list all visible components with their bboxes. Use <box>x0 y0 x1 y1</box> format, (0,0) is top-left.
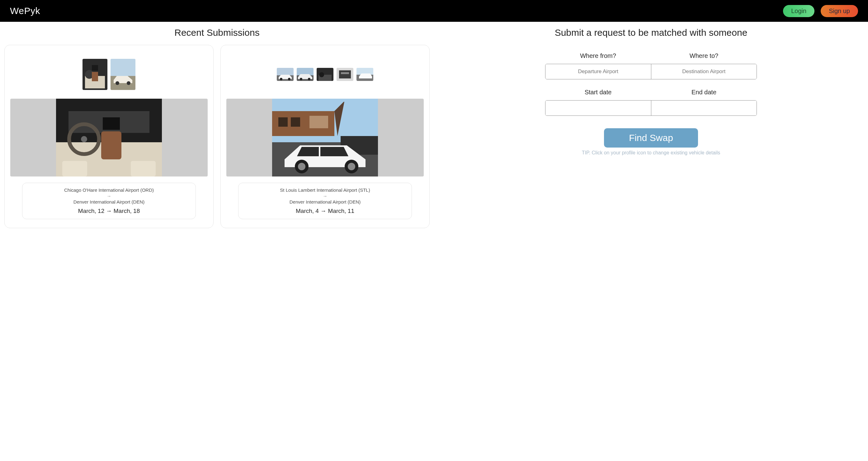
svg-rect-13 <box>103 117 120 130</box>
car-interior-icon <box>83 59 107 90</box>
page-grid: Recent Submissions <box>0 22 868 238</box>
arrow-down-icon: → <box>245 193 405 198</box>
destination-airport-input[interactable] <box>651 64 757 79</box>
date-row: Start date End date <box>545 89 757 116</box>
svg-rect-31 <box>341 72 349 74</box>
svg-rect-5 <box>111 59 135 76</box>
car-thumbnail[interactable] <box>317 68 334 81</box>
svg-rect-36 <box>278 117 288 127</box>
airport-input-group <box>545 64 757 80</box>
car-interior-icon <box>317 68 334 81</box>
nav-actions: Login Sign up <box>783 5 858 17</box>
request-form: Where from? Where to? Start date End dat… <box>539 45 763 156</box>
svg-point-8 <box>127 81 130 85</box>
car-icon <box>297 68 313 81</box>
car-thumbnail[interactable] <box>356 68 373 81</box>
from-airport: St Louis Lambert International Airport (… <box>245 187 405 193</box>
recent-submissions-title: Recent Submissions <box>174 27 259 38</box>
main-image[interactable] <box>226 99 424 177</box>
cards-row: Chicago O'Hare International Airport (OR… <box>0 45 434 238</box>
car-interior-icon <box>10 99 208 177</box>
svg-rect-30 <box>339 70 351 79</box>
car-thumbnail[interactable] <box>337 68 353 81</box>
airport-row: Where from? Where to? <box>545 52 757 80</box>
car-thumbnail[interactable] <box>297 68 313 81</box>
from-airport: Chicago O'Hare International Airport (OR… <box>29 187 189 193</box>
svg-point-24 <box>300 78 302 80</box>
recent-submissions-column: Recent Submissions <box>0 27 434 238</box>
signup-button[interactable]: Sign up <box>821 5 858 17</box>
tip-text: TIP. Click on your profile icon to chang… <box>545 150 757 156</box>
start-date-label: Start date <box>585 89 612 96</box>
find-swap-button[interactable]: Find Swap <box>604 128 698 148</box>
svg-rect-3 <box>92 65 98 71</box>
svg-rect-16 <box>62 161 87 177</box>
submit-request-title: Submit a request to be matched with some… <box>555 27 747 38</box>
car-icon <box>277 68 293 81</box>
submission-card[interactable]: St Louis Lambert International Airport (… <box>220 45 430 228</box>
car-icon <box>356 68 373 81</box>
car-thumbnail[interactable] <box>277 68 293 81</box>
logo[interactable]: WePyk <box>10 6 40 16</box>
start-date-input[interactable] <box>546 100 651 116</box>
departure-airport-input[interactable] <box>546 64 651 79</box>
arrow-down-icon: → <box>29 193 189 198</box>
thumbnail-strip <box>83 58 135 91</box>
submission-info: St Louis Lambert International Airport (… <box>238 183 412 219</box>
login-button[interactable]: Login <box>783 5 814 17</box>
car-thumbnail[interactable] <box>83 59 107 90</box>
thumbnail-strip <box>277 58 373 91</box>
main-image[interactable] <box>10 99 208 177</box>
where-to-label: Where to? <box>690 52 718 59</box>
car-exterior-icon <box>111 59 135 90</box>
where-from-label: Where from? <box>580 52 616 59</box>
to-airport: Denver International Airport (DEN) <box>245 199 405 205</box>
svg-point-28 <box>319 72 324 77</box>
date-input-group <box>545 100 757 116</box>
car-exterior-icon <box>226 99 424 177</box>
submit-request-column: Submit a request to be matched with some… <box>434 27 868 238</box>
car-detail-icon <box>337 68 353 81</box>
svg-point-15 <box>81 136 87 142</box>
top-nav: WePyk Login Sign up <box>0 0 868 22</box>
svg-rect-38 <box>309 116 328 128</box>
svg-point-42 <box>298 163 305 170</box>
svg-rect-14 <box>101 131 121 159</box>
end-date-label: End date <box>691 89 716 96</box>
svg-point-21 <box>288 78 290 80</box>
svg-point-44 <box>348 163 355 170</box>
svg-point-25 <box>308 78 310 80</box>
submission-card[interactable]: Chicago O'Hare International Airport (OR… <box>4 45 214 228</box>
date-range: March, 12 → March, 18 <box>29 208 189 214</box>
svg-point-7 <box>116 81 119 85</box>
svg-point-20 <box>280 78 282 80</box>
to-airport: Denver International Airport (DEN) <box>29 199 189 205</box>
svg-rect-17 <box>131 161 156 177</box>
date-range: March, 4 → March, 11 <box>245 208 405 214</box>
car-thumbnail[interactable] <box>111 59 135 90</box>
svg-rect-4 <box>92 72 98 81</box>
svg-rect-37 <box>291 117 300 127</box>
end-date-input[interactable] <box>651 100 757 116</box>
svg-rect-18 <box>277 68 293 75</box>
submission-info: Chicago O'Hare International Airport (OR… <box>22 183 196 219</box>
